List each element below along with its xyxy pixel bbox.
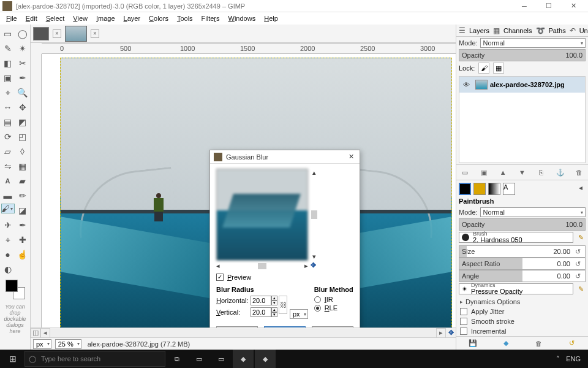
- incremental-checkbox[interactable]: Incremental: [456, 326, 588, 336]
- layer-row[interactable]: 👁 alex-pardoe-328702.jpg: [459, 77, 585, 93]
- ruler-vertical[interactable]: [31, 54, 42, 328]
- brush-preset-4[interactable]: A: [503, 183, 515, 195]
- tool-cage[interactable]: ▦: [16, 159, 29, 173]
- quickmask-button[interactable]: ◫: [31, 328, 40, 338]
- tool-eraser[interactable]: ◪: [16, 204, 29, 217]
- method-rle-radio[interactable]: RLE: [314, 304, 353, 312]
- taskbar-app-2[interactable]: ▭: [211, 350, 232, 368]
- dynamics-selector[interactable]: ✴ DynamicsPressure Opacity: [459, 283, 573, 294]
- new-layer-button[interactable]: ▭: [460, 167, 470, 177]
- tool-shear[interactable]: ▱: [1, 145, 15, 158]
- brush-selector[interactable]: Brush2. Hardness 050: [459, 232, 573, 243]
- tool-scissors[interactable]: ✂: [16, 56, 29, 70]
- tool-rect-select[interactable]: ▭: [1, 27, 15, 40]
- scroll-right-button[interactable]: ▸: [436, 328, 446, 338]
- ruler-horizontal[interactable]: 0 500 1000 1500 2000 2500 3000: [42, 43, 456, 54]
- unit-select[interactable]: px: [290, 309, 308, 319]
- foreground-background-colors[interactable]: [6, 280, 25, 299]
- smooth-stroke-checkbox[interactable]: Smooth stroke: [456, 316, 588, 326]
- image-tab-1-close[interactable]: ×: [53, 29, 61, 38]
- taskbar-app-1[interactable]: ▭: [189, 350, 209, 368]
- tab-paths-icon[interactable]: ➰: [536, 26, 545, 36]
- tool-airbrush[interactable]: ✈: [1, 218, 15, 232]
- tool-fuzzy-select[interactable]: ✴: [16, 42, 29, 55]
- tab-channels-icon[interactable]: ▦: [493, 26, 500, 36]
- tool-color-picker[interactable]: ⌖: [1, 86, 15, 99]
- layer-mode-select[interactable]: Normal: [480, 38, 586, 48]
- tray-language[interactable]: ENG: [566, 355, 581, 362]
- window-minimize-button[interactable]: ─: [512, 0, 537, 12]
- angle-reset-button[interactable]: ↺: [573, 271, 582, 281]
- lower-layer-button[interactable]: ▼: [517, 167, 527, 177]
- tool-foreground[interactable]: ▣: [1, 71, 15, 85]
- paint-opacity-slider[interactable]: Opacity100.0: [459, 218, 586, 231]
- help-button[interactable]: Help: [216, 326, 258, 328]
- tab-undo[interactable]: Undo: [579, 27, 588, 34]
- save-options-button[interactable]: 💾: [468, 339, 478, 348]
- cancel-button[interactable]: Cancel: [312, 326, 353, 328]
- preview-scroll-left[interactable]: ◂: [216, 262, 220, 270]
- taskbar-search[interactable]: ◯ Type here to search: [24, 351, 165, 367]
- taskbar-app-3[interactable]: ◆: [255, 350, 276, 368]
- tool-ellipse-select[interactable]: ◯: [16, 27, 29, 40]
- layer-group-button[interactable]: ▣: [479, 167, 489, 177]
- tool-rotate[interactable]: ⟳: [1, 130, 15, 144]
- brush-angle-slider[interactable]: Angle0.00↺: [459, 270, 586, 282]
- vertical-input[interactable]: [251, 307, 271, 317]
- menu-file[interactable]: File: [2, 13, 21, 23]
- menu-windows[interactable]: Windows: [225, 13, 260, 23]
- brush-preset-2[interactable]: [473, 183, 486, 195]
- menu-image[interactable]: Image: [92, 13, 119, 23]
- preview-scroll-down[interactable]: ▾: [312, 253, 316, 261]
- brush-edit-button[interactable]: ✎: [576, 232, 586, 242]
- lock-pixels-button[interactable]: 🖌: [478, 63, 489, 74]
- duplicate-layer-button[interactable]: ⎘: [537, 167, 546, 177]
- tool-bucket[interactable]: ▰: [16, 174, 29, 188]
- vertical-spin-down[interactable]: ▾: [271, 312, 277, 317]
- start-button[interactable]: ⊞: [2, 350, 23, 368]
- aspect-reset-button[interactable]: ↺: [573, 259, 582, 269]
- tool-crop[interactable]: ◩: [16, 115, 29, 129]
- menu-edit[interactable]: Edit: [22, 13, 41, 23]
- layer-opacity-slider[interactable]: Opacity100.0: [459, 49, 586, 61]
- tool-dodge[interactable]: ◐: [1, 263, 15, 276]
- size-reset-button[interactable]: ↺: [573, 247, 582, 256]
- tab-layers-icon[interactable]: ☰: [459, 26, 466, 36]
- taskbar-gimp[interactable]: ◆: [233, 350, 254, 368]
- layer-list[interactable]: 👁 alex-pardoe-328702.jpg: [459, 76, 586, 163]
- delete-layer-button[interactable]: 🗑: [575, 167, 584, 177]
- horizontal-input[interactable]: [251, 296, 271, 305]
- image-tab-2[interactable]: [65, 26, 87, 42]
- horizontal-spin-up[interactable]: ▴: [271, 296, 277, 301]
- preview-image[interactable]: [216, 169, 308, 261]
- tool-paintbrush[interactable]: 🖌: [1, 204, 15, 213]
- tool-move[interactable]: ✥: [16, 101, 29, 114]
- raise-layer-button[interactable]: ▲: [498, 167, 508, 177]
- tab-paths[interactable]: Paths: [549, 27, 566, 34]
- vertical-spin-up[interactable]: ▴: [271, 307, 277, 312]
- method-iir-radio[interactable]: IIR: [314, 296, 353, 303]
- task-view-button[interactable]: ⧉: [167, 350, 187, 368]
- tool-pencil[interactable]: ✏: [16, 189, 29, 202]
- menu-layer[interactable]: Layer: [120, 13, 145, 23]
- tool-text[interactable]: A: [1, 174, 15, 188]
- tab-channels[interactable]: Channels: [503, 27, 532, 34]
- tab-undo-icon[interactable]: ↶: [570, 26, 576, 36]
- menu-colors[interactable]: Colors: [145, 13, 172, 23]
- image-tab-1[interactable]: [33, 27, 49, 40]
- anchor-layer-button[interactable]: ⚓: [556, 167, 565, 177]
- tool-ink[interactable]: ✒: [16, 218, 29, 232]
- horizontal-spin-down[interactable]: ▾: [271, 301, 277, 305]
- menu-filters[interactable]: Filters: [198, 13, 224, 23]
- lock-alpha-button[interactable]: ▦: [493, 63, 504, 74]
- navigate-icon[interactable]: ✥: [446, 328, 456, 338]
- paint-mode-select[interactable]: Normal: [480, 207, 586, 217]
- brush-preset-3[interactable]: [488, 183, 500, 195]
- chain-link-button[interactable]: ⛓: [279, 296, 287, 314]
- tab-layers[interactable]: Layers: [469, 27, 489, 34]
- canvas-h-scrollbar[interactable]: ◫ ◂ ▸ ✥: [31, 328, 456, 337]
- layer-visibility-icon[interactable]: 👁: [459, 81, 473, 88]
- tool-blend[interactable]: ▬: [1, 189, 15, 202]
- brush-aspect-slider[interactable]: Aspect Ratio0.00↺: [459, 258, 586, 270]
- tool-blur[interactable]: ●: [1, 248, 15, 261]
